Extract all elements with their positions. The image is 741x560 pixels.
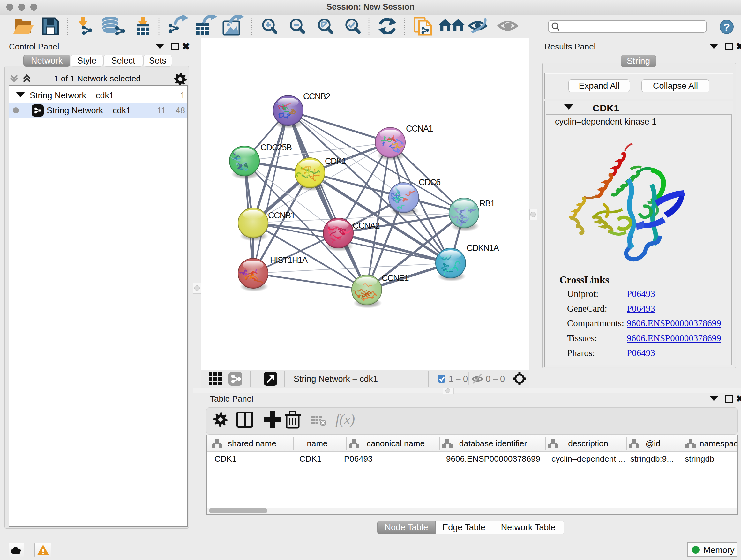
svg-text:f(x): f(x) (335, 412, 355, 427)
svg-text:0 – 0: 0 – 0 (486, 374, 505, 384)
svg-text:1 – 0: 1 – 0 (449, 374, 468, 384)
svg-text:CCNB2: CCNB2 (303, 91, 330, 101)
svg-text:shared name: shared name (228, 439, 276, 448)
svg-text:CCNA2: CCNA2 (353, 221, 380, 231)
svg-text:description: description (568, 439, 608, 448)
svg-text:CDC6: CDC6 (419, 178, 441, 187)
svg-text:RB1: RB1 (479, 199, 495, 208)
svg-text:HIST1H1A: HIST1H1A (270, 255, 308, 265)
svg-text:String Network – cdk1: String Network – cdk1 (293, 374, 378, 384)
svg-text:canonical name: canonical name (367, 439, 425, 448)
svg-text:namespac: namespac (699, 439, 738, 448)
svg-text:CDKN1A: CDKN1A (467, 243, 499, 253)
svg-text:name: name (307, 439, 327, 448)
svg-text:@id: @id (646, 439, 661, 448)
svg-text:CCNE1: CCNE1 (382, 273, 409, 283)
svg-text:CCNA1: CCNA1 (406, 124, 433, 133)
svg-text:database identifier: database identifier (459, 439, 527, 448)
svg-text:CCNB1: CCNB1 (268, 211, 295, 220)
svg-text:CDC25B: CDC25B (260, 143, 292, 152)
svg-text:CDK1: CDK1 (325, 157, 346, 166)
